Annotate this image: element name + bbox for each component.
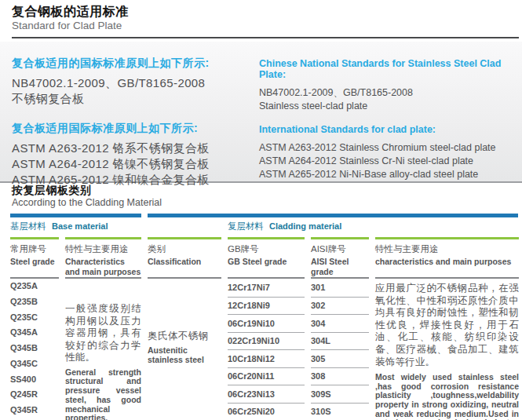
national-standards-en: Chinese National Standards for Stainless… xyxy=(259,58,520,113)
gb-grade-cell: 12Cr17Ni7 xyxy=(228,279,305,297)
aisi-grade-cell: 309S xyxy=(311,385,369,403)
gb-grade-cell: 12Cr18Ni9 xyxy=(228,297,305,315)
base-grade-item: SS400 xyxy=(10,374,59,384)
national-standards-zh-heading: 复合板适用的国标标准原则上如下所示: xyxy=(12,57,251,71)
international-standards-en: International Standards for clad plate: … xyxy=(259,124,520,181)
national-standards-zh-line: NB47002.1-2009、GB/T8165-2008 xyxy=(12,75,251,91)
international-standards-zh: 复合板适用国际标准原则上如下所示: ASTM A263-2012 铬系不锈钢复合… xyxy=(12,122,251,188)
international-standards-zh-line: ASTM A264-2012 铬镍不锈钢复合板 xyxy=(12,156,251,172)
cladding-material-label-en: Cladding material xyxy=(269,221,341,231)
column-header-classification: 类别 Classification xyxy=(148,237,221,279)
cladding-material-group-bar xyxy=(148,214,518,217)
gb-grade-cell: 06Cr20Ni11 xyxy=(228,367,305,385)
classification-zh: 奥氏体不锈钢 xyxy=(148,330,221,343)
aisi-grade-column: 301 302 304 304L 305 308 309S 310S xyxy=(311,279,369,420)
gb-grade-cell: 06Cr19Ni10 xyxy=(228,314,305,332)
base-characteristics-en: General strength structural and pressure… xyxy=(65,368,141,420)
base-characteristics-cell: 一般强度级别结构用钢以及压力容器用钢，具有较好的综合力学性能。 General … xyxy=(65,303,141,420)
international-standards-zh-line: ASTM A263-2012 铬系不锈钢复合板 xyxy=(12,141,251,156)
column-header-en: GB Steel grade xyxy=(228,257,305,267)
aisi-grade-cell: 304 xyxy=(311,314,369,332)
aisi-grade-cell: 308 xyxy=(311,367,369,385)
international-standards-en-heading: International Standards for clad plate: xyxy=(259,124,520,135)
gb-grade-cell: 06Cr25Ni20 xyxy=(228,403,305,420)
header-divider xyxy=(12,37,519,38)
base-material-group-bar xyxy=(10,214,141,217)
cladding-section-subtitle: According to the Cladding Material xyxy=(12,197,162,208)
clad-plate-standards-page: 复合钢板的适用标准 Standard for Clad Plate 复合板适用的… xyxy=(0,0,522,420)
column-header-en: Characteristics and main purposes xyxy=(65,257,141,276)
cladding-characteristics-en: Most widely used stainless steel ,has go… xyxy=(375,373,519,420)
column-header-en: Steel grade xyxy=(10,257,59,267)
column-header-characteristics-clad: 特性与主要用途 characteristics and main purpose… xyxy=(375,237,519,279)
page-title: 复合钢板的适用标准 xyxy=(12,4,129,20)
national-standards-zh: 复合板适用的国标标准原则上如下所示: NB47002.1-2009、GB/T81… xyxy=(12,57,251,107)
international-standards-en-line: ASTM A264-2012 Stainless Cr-Ni steel-cla… xyxy=(259,155,520,168)
aisi-grade-cell: 301 xyxy=(311,279,369,297)
column-header-characteristics-base: 特性与主要用途 Characteristics and main purpose… xyxy=(65,237,141,279)
international-standards-en-line: ASTM A263-2012 Stainless Chromium steel-… xyxy=(259,141,520,155)
national-standards-en-line: NB47002.1-2009、GB/T8165-2008 xyxy=(259,86,520,100)
international-standards-en-line: ASTM A265-2012 Ni-Ni-Base alloy-clad ste… xyxy=(259,168,520,181)
base-material-label-zh: 基层材料 xyxy=(10,221,46,232)
base-grade-item: Q235A xyxy=(10,281,59,290)
column-header-zh: 特性与主要用途 xyxy=(65,243,141,255)
classification-cell: 奥氏体不锈钢 Austenitic stainless steel xyxy=(148,330,221,364)
gb-grade-cell: 06Cr23Ni13 xyxy=(228,385,305,403)
base-characteristics-zh: 一般强度级别结构用钢以及压力容器用钢，具有较好的综合力学性能。 xyxy=(65,303,141,364)
cladding-characteristics-zh: 应用最广泛的不锈钢品种，在强氧化性、中性和弱还原性介质中均具有良好的耐蚀性，塑性… xyxy=(375,283,519,368)
base-grade-item: Q235C xyxy=(10,312,59,322)
column-header-steel-grade: 常用牌号 Steel grade xyxy=(10,237,59,279)
column-header-aisi-grade: AISI牌号 AISI Steel grade xyxy=(311,237,369,279)
cladding-material-group-label: 复层材料 Cladding material xyxy=(228,221,341,232)
column-header-zh: 类别 xyxy=(148,243,221,255)
column-header-gb-grade: GB牌号 GB Steel grade xyxy=(228,237,305,279)
column-header-zh: 常用牌号 xyxy=(10,243,59,255)
cladding-section-title: 按复层钢板类别 xyxy=(12,184,92,198)
column-header-en: AISI Steel grade xyxy=(311,257,369,276)
base-material-label-en: Base material xyxy=(52,221,108,231)
international-standards-zh-heading: 复合板适用国际标准原则上如下所示: xyxy=(12,122,251,136)
base-material-group-label: 基层材料 Base material xyxy=(10,221,108,232)
column-header-zh: GB牌号 xyxy=(228,243,305,255)
column-header-en: characteristics and main purposes xyxy=(375,257,519,267)
gb-grade-cell: 10Cr18Ni12 xyxy=(228,349,305,367)
standards-panel: 复合板适用的国标标准原则上如下所示: NB47002.1-2009、GB/T81… xyxy=(0,42,522,183)
aisi-grade-cell: 305 xyxy=(311,349,369,367)
base-grade-item: Q245R xyxy=(10,389,59,399)
base-grade-list: Q235A Q235B Q235C Q345A Q345B Q345C SS40… xyxy=(10,281,59,415)
base-grade-item: Q235B xyxy=(10,297,59,306)
base-grade-item: Q345C xyxy=(10,359,59,368)
gb-grade-cell: 022Cr19Ni10 xyxy=(228,332,305,350)
base-grade-item: Q345A xyxy=(10,327,59,337)
base-grade-item: Q345R xyxy=(10,405,59,415)
column-header-en: Classification xyxy=(148,257,221,267)
column-header-zh: AISI牌号 xyxy=(311,243,369,255)
classification-en: Austenitic stainless steel xyxy=(148,345,221,364)
column-header-zh: 特性与主要用途 xyxy=(375,243,519,255)
national-standards-en-line: Stainless steel-clad plate xyxy=(259,100,520,113)
cladding-material-label-zh: 复层材料 xyxy=(228,221,264,232)
national-standards-zh-line: 不锈钢复合板 xyxy=(12,91,251,107)
aisi-grade-cell: 304L xyxy=(311,332,369,350)
page-subtitle: Standard for Clad Plate xyxy=(12,20,122,31)
aisi-grade-cell: 310S xyxy=(311,403,369,420)
national-standards-en-heading: Chinese National Standards for Stainless… xyxy=(259,58,520,80)
aisi-grade-cell: 302 xyxy=(311,297,369,315)
gb-grade-column: 12Cr17Ni7 12Cr18Ni9 06Cr19Ni10 022Cr19Ni… xyxy=(228,279,305,420)
cladding-characteristics-cell: 应用最广泛的不锈钢品种，在强氧化性、中性和弱还原性介质中均具有良好的耐蚀性，塑性… xyxy=(375,283,519,420)
base-grade-item: Q345B xyxy=(10,343,59,352)
